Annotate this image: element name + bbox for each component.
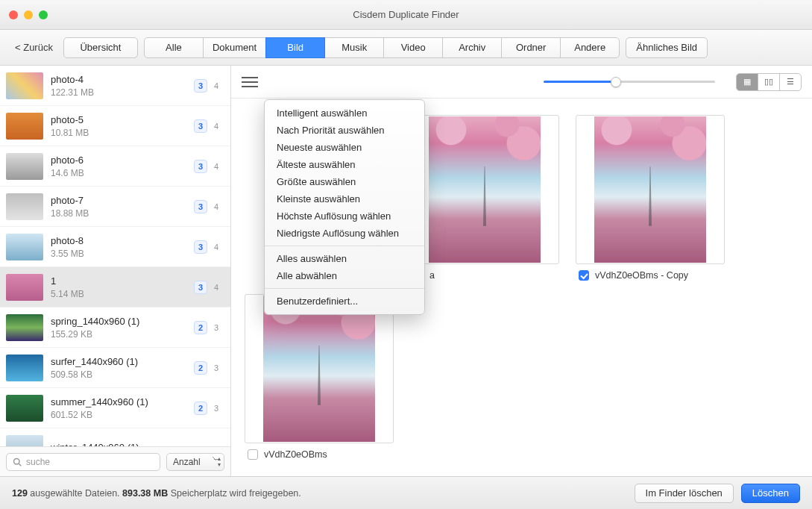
tab-archiv[interactable]: Archiv bbox=[442, 37, 502, 58]
search-input[interactable]: suche bbox=[6, 453, 160, 471]
sidebar: photo-4122.31 MB34photo-510.81 MB34photo… bbox=[0, 66, 231, 476]
duplicate-cell[interactable]: vVdhZ0eOBms - Copy bbox=[576, 115, 725, 281]
group-thumbnail bbox=[6, 113, 43, 140]
menu-item[interactable]: Intelligent auswählen bbox=[265, 104, 424, 122]
duplicate-group-row[interactable]: winter_1440x960 (1) bbox=[0, 428, 230, 446]
category-segmented: AlleDokumentBildMusikVideoArchivOrdnerAn… bbox=[144, 37, 620, 58]
group-total-count: 4 bbox=[210, 281, 223, 294]
selection-menu-button[interactable] bbox=[242, 76, 258, 88]
similar-image-button[interactable]: Ähnliches Bild bbox=[626, 37, 708, 58]
delete-button[interactable]: Löschen bbox=[741, 484, 800, 503]
group-selected-count: 2 bbox=[194, 361, 207, 375]
duplicate-group-row[interactable]: photo-4122.31 MB34 bbox=[0, 66, 230, 106]
tab-andere[interactable]: Andere bbox=[560, 37, 620, 58]
menu-item[interactable]: Höchste Auflösung wählen bbox=[265, 207, 424, 225]
menu-item[interactable]: Benutzerdefiniert... bbox=[265, 293, 424, 310]
group-name: summer_1440x960 (1) bbox=[51, 396, 186, 407]
selected-count-label: ausgewählte Dateien. bbox=[28, 488, 122, 499]
back-button[interactable]: < Zurück bbox=[10, 39, 57, 56]
delete-in-finder-button[interactable]: Im Finder löschen bbox=[635, 484, 734, 503]
menu-item[interactable]: Alles auswählen bbox=[265, 250, 424, 267]
menu-item[interactable]: Größte auswählen bbox=[265, 173, 424, 190]
duplicate-group-row[interactable]: surfer_1440x960 (1)509.58 KB23 bbox=[0, 348, 230, 388]
view-grid-icon[interactable]: ▦ bbox=[736, 73, 758, 91]
group-thumbnail bbox=[6, 355, 43, 381]
duplicate-group-row[interactable]: photo-510.81 MB34 bbox=[0, 106, 230, 146]
cell-caption: vVdhZ0eOBms - Copy bbox=[576, 270, 725, 281]
group-selected-count: 3 bbox=[194, 281, 207, 294]
tab-musik[interactable]: Musik bbox=[324, 37, 384, 58]
thumbnail-image bbox=[429, 116, 541, 263]
group-name: surfer_1440x960 (1) bbox=[51, 356, 186, 367]
group-info: photo-83.55 MB bbox=[51, 235, 186, 259]
menu-item[interactable]: Niedrigste Auflösung wählen bbox=[265, 225, 424, 242]
group-name: photo-7 bbox=[51, 195, 186, 206]
cell-caption: vVdhZ0eOBms bbox=[245, 449, 394, 460]
cell-caption: a bbox=[410, 270, 559, 281]
group-counts: 34 bbox=[194, 240, 223, 254]
toolbar: < Zurück Übersicht AlleDokumentBildMusik… bbox=[0, 30, 812, 66]
group-counts: 23 bbox=[194, 361, 223, 375]
tab-ordner[interactable]: Ordner bbox=[501, 37, 561, 58]
group-thumbnail bbox=[6, 193, 43, 220]
group-selected-count: 3 bbox=[194, 79, 207, 93]
minimize-window-icon[interactable] bbox=[24, 10, 33, 19]
group-thumbnail bbox=[6, 72, 43, 99]
group-thumbnail bbox=[6, 274, 43, 301]
tab-video[interactable]: Video bbox=[383, 37, 443, 58]
thumbnail-frame bbox=[245, 294, 394, 443]
menu-item[interactable]: Nach Priorität auswählen bbox=[265, 122, 424, 139]
duplicate-group-row[interactable]: photo-718.88 MB34 bbox=[0, 187, 230, 227]
duplicate-cell[interactable]: a bbox=[410, 115, 559, 281]
group-name: photo-6 bbox=[51, 154, 186, 166]
window-controls bbox=[9, 10, 48, 19]
group-info: photo-510.81 MB bbox=[51, 114, 186, 138]
cell-filename: vVdhZ0eOBms bbox=[264, 449, 327, 460]
thumbnail-size-slider[interactable] bbox=[544, 75, 715, 90]
selection-menu: Intelligent auswählenNach Priorität ausw… bbox=[264, 99, 425, 315]
sort-select[interactable]: Anzahl ▴▾ bbox=[166, 453, 224, 471]
group-selected-count: 3 bbox=[194, 200, 207, 213]
duplicate-group-row[interactable]: 15.14 MB34 bbox=[0, 267, 230, 307]
group-thumbnail bbox=[6, 153, 43, 180]
group-info: summer_1440x960 (1)601.52 KB bbox=[51, 396, 186, 420]
menu-item[interactable]: Alle abwählen bbox=[265, 267, 424, 284]
group-name: photo-8 bbox=[51, 235, 186, 246]
sidebar-footer: suche Anzahl ▴▾ bbox=[0, 446, 230, 476]
view-columns-icon[interactable]: ▯▯ bbox=[758, 73, 780, 91]
menu-item[interactable]: Kleinste auswählen bbox=[265, 190, 424, 207]
group-total-count: 3 bbox=[210, 321, 223, 334]
menu-item[interactable]: Älteste auswählen bbox=[265, 156, 424, 173]
group-size: 509.58 KB bbox=[51, 369, 186, 380]
duplicate-group-row[interactable]: spring_1440x960 (1)155.29 KB23 bbox=[0, 307, 230, 348]
select-checkbox[interactable] bbox=[579, 270, 589, 281]
duplicate-cell[interactable]: vVdhZ0eOBms bbox=[245, 294, 394, 460]
duplicate-group-row[interactable]: photo-614.6 MB34 bbox=[0, 146, 230, 187]
group-info: photo-718.88 MB bbox=[51, 195, 186, 219]
menu-item[interactable]: Neueste auswählen bbox=[265, 139, 424, 156]
overview-button[interactable]: Übersicht bbox=[63, 37, 138, 58]
group-thumbnail bbox=[6, 395, 43, 422]
tab-dokument[interactable]: Dokument bbox=[203, 37, 266, 58]
duplicate-group-row[interactable]: photo-83.55 MB34 bbox=[0, 227, 230, 267]
close-window-icon[interactable] bbox=[9, 10, 18, 19]
zoom-window-icon[interactable] bbox=[39, 10, 48, 19]
group-size: 18.88 MB bbox=[51, 208, 186, 219]
group-thumbnail bbox=[6, 234, 43, 260]
window-title: Cisdem Duplicate Finder bbox=[0, 9, 812, 20]
group-total-count: 4 bbox=[210, 79, 223, 93]
group-selected-count: 3 bbox=[194, 240, 207, 254]
group-name: photo-5 bbox=[51, 114, 186, 125]
footer: 129 ausgewählte Dateien. 893.38 MB Speic… bbox=[0, 476, 812, 509]
group-total-count: 4 bbox=[210, 119, 223, 133]
tab-bild[interactable]: Bild bbox=[265, 37, 325, 58]
duplicate-group-row[interactable]: summer_1440x960 (1)601.52 KB23 bbox=[0, 388, 230, 428]
select-checkbox[interactable] bbox=[248, 449, 258, 460]
group-size: 155.29 KB bbox=[51, 329, 186, 340]
tab-alle[interactable]: Alle bbox=[144, 37, 204, 58]
group-thumbnail bbox=[6, 314, 43, 341]
view-list-icon[interactable]: ☰ bbox=[779, 73, 802, 91]
group-total-count: 4 bbox=[210, 200, 223, 213]
group-size: 601.52 KB bbox=[51, 410, 186, 420]
group-info: surfer_1440x960 (1)509.58 KB bbox=[51, 356, 186, 380]
